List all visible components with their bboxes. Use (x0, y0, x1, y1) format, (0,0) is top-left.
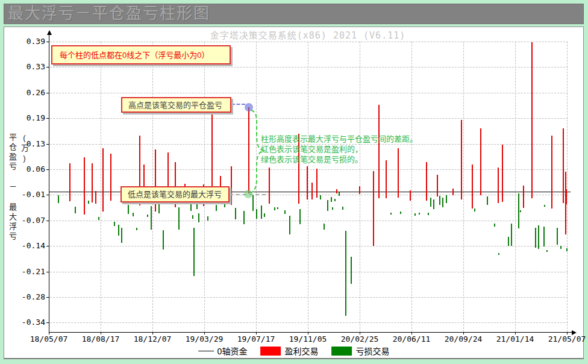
profit-trade-bar (69, 163, 70, 201)
y-tick-label: 0.26 (4, 88, 45, 97)
loss-trade-bar (332, 207, 333, 210)
loss-trade-bar (136, 228, 137, 230)
loss-trade-bar (88, 201, 89, 204)
y-tick-label: 0.06 (4, 165, 45, 174)
x-axis-line (49, 332, 573, 333)
watermark-text: 金字塔决策交易系统(x86) 2021 (V6.11) (49, 28, 567, 41)
annotation-low-below-zero-text: 每个柱的低点都在0线之下（浮亏最小为0） (60, 51, 209, 59)
loss-trade-bar (216, 205, 217, 211)
profit-trade-bar (410, 190, 411, 201)
loss-trade-bar (98, 217, 99, 219)
annotation-low-point-text: 低点是该笔交易的最大浮亏 (128, 190, 222, 198)
x-tick-label: 19/11/05 (284, 334, 332, 344)
loss-trade-bar (151, 206, 152, 230)
profit-trade-bar (480, 128, 481, 195)
profit-trade-bar (386, 160, 387, 198)
high-point-marker-icon (245, 103, 253, 111)
legend-zero-axis-label: 0轴资金 (217, 345, 248, 357)
loss-trade-bar (196, 202, 198, 209)
y-tick-label: 0.39 (4, 37, 45, 46)
x-tick-label: 20/02/25 (336, 334, 384, 344)
loss-trade-bar (235, 208, 236, 219)
annotation-bar-meaning-line2: 红色表示该笔交易是盈利的， (261, 144, 418, 154)
loss-trade-bar (433, 199, 434, 209)
loss-trade-bar (198, 213, 199, 222)
profit-trade-bar (307, 166, 308, 200)
loss-trade-bar (243, 211, 245, 224)
chart-panel: 金字塔决策交易系统(x86) 2021 (V6.11) 平仓盈亏 － 最大浮亏(… (4, 27, 584, 359)
x-tick-label: 19/07/17 (232, 334, 280, 344)
profit-trade-bar (437, 175, 438, 196)
loss-trade-bar (339, 192, 340, 196)
v-gridline (515, 42, 516, 332)
profit-trade-bar (248, 107, 249, 193)
x-tick-label: 18/08/17 (77, 334, 125, 344)
loss-trade-bar (121, 228, 122, 243)
window-frame: 最大浮亏－平仓盈亏柱形图 金字塔决策交易系统(x86) 2021 (V6.11)… (0, 0, 588, 364)
h-gridline (50, 272, 568, 272)
loss-trade-bar (430, 198, 431, 207)
loss-trade-bar (442, 198, 443, 207)
legend: 0轴资金 盈利交易 亏损交易 (198, 345, 390, 357)
loss-trade-bar (334, 199, 336, 201)
loss-trade-bar (324, 224, 325, 230)
loss-trade-bar (474, 209, 475, 211)
loss-trade-bar (192, 215, 193, 219)
profit-trade-bar (311, 183, 313, 200)
profit-trade-bar (84, 157, 85, 215)
loss-trade-bar (163, 230, 164, 249)
y-axis-arrow-icon (47, 30, 52, 35)
v-gridline (463, 42, 464, 332)
loss-trade-bar (252, 195, 254, 211)
legend-profit-label: 盈利交易 (284, 345, 318, 357)
loss-trade-bar (158, 201, 160, 213)
h-gridline (50, 118, 568, 119)
loss-trade-bar (284, 210, 286, 214)
loss-trade-bar (320, 195, 321, 200)
y-tick-label: -0.14 (4, 241, 45, 250)
profit-trade-bar (472, 165, 473, 209)
loss-trade-bar (446, 195, 447, 203)
loss-trade-bar (190, 202, 192, 211)
y-tick-label: -0.28 (4, 292, 45, 301)
window-title: 最大浮亏－平仓盈亏柱形图 (4, 4, 584, 24)
h-gridline (50, 322, 568, 323)
annotation-low-below-zero: 每个柱的低点都在0线之下（浮亏最小为0） (51, 45, 231, 64)
annotation-bar-meaning-line1: 柱形高度表示最大浮亏与平仓盈亏间的差距。 (261, 134, 418, 144)
loss-trade-bar (538, 225, 539, 249)
loss-trade-bar (327, 200, 328, 211)
legend-zero-axis-line-icon (198, 351, 214, 351)
loss-trade-bar (511, 224, 512, 246)
loss-trade-bar (351, 257, 352, 284)
y-tick-label: -0.07 (4, 216, 45, 225)
y-tick-label: -0.01 (4, 190, 45, 199)
profit-trade-bar (95, 191, 96, 204)
profit-trade-bar (102, 148, 104, 211)
loss-trade-bar (75, 207, 76, 213)
loss-trade-bar (133, 213, 134, 216)
loss-trade-bar (345, 231, 346, 316)
h-gridline (50, 169, 568, 170)
profit-trade-bar (269, 168, 270, 203)
loss-trade-bar (58, 195, 59, 203)
profit-trade-bar (373, 171, 374, 246)
x-tick-label: 21/05/07 (543, 334, 588, 344)
annotation-low-point: 低点是该笔交易的最大浮亏 (120, 186, 230, 202)
y-tick-label: -0.34 (4, 318, 45, 327)
loss-trade-bar (118, 225, 119, 236)
loss-trade-bar (264, 213, 265, 217)
v-gridline (308, 42, 308, 332)
loss-trade-bar (439, 196, 440, 205)
loss-trade-bar (193, 228, 195, 276)
loss-trade-bar (546, 250, 548, 252)
loss-trade-bar (520, 210, 521, 212)
loss-trade-bar (535, 228, 536, 248)
loss-trade-bar (419, 213, 420, 215)
loss-trade-bar (289, 216, 290, 234)
profit-trade-bar (110, 154, 111, 201)
annotation-high-point-text: 高点是该笔交易的平仓盈亏 (128, 101, 222, 109)
loss-trade-bar (494, 224, 495, 226)
loss-trade-bar (414, 213, 416, 216)
profit-trade-bar (92, 163, 93, 202)
y-tick-label: -0.21 (4, 267, 45, 276)
